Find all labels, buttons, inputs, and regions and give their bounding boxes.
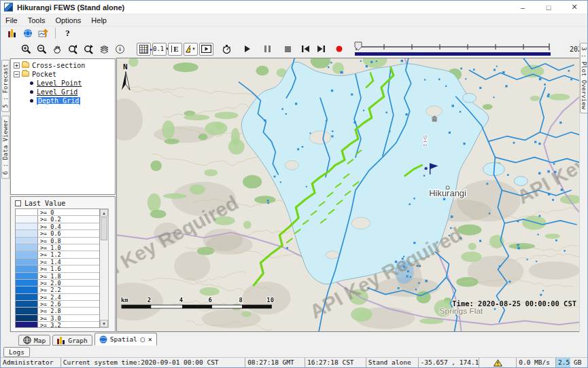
legend-row[interactable]: >= 0.8 xyxy=(16,238,99,244)
bullet-icon xyxy=(30,99,33,103)
legend-row[interactable]: >= 0.4 xyxy=(16,223,99,230)
zoom-next-icon xyxy=(84,44,94,54)
status-coordinates: -35.657 , 174.199 xyxy=(418,358,479,367)
globe-icon xyxy=(99,335,107,344)
tab-graph[interactable]: Graph xyxy=(52,335,92,346)
menu-bar: File Tools Options Help xyxy=(1,14,587,26)
legend-swatch xyxy=(16,301,38,307)
help-button[interactable]: ? xyxy=(60,27,75,40)
pan-button[interactable] xyxy=(50,43,65,56)
tab-forecast[interactable]: 5 : Forecast xyxy=(1,60,10,112)
zoom-next-button[interactable] xyxy=(82,43,96,56)
thresholds-dropdown[interactable]: ▼ xyxy=(184,43,198,56)
tree-node-depth-grid[interactable]: Depth Grid xyxy=(14,96,115,105)
legend-row[interactable]: >= 0 xyxy=(16,209,99,216)
info-button[interactable]: i xyxy=(113,43,127,56)
last-value-checkbox[interactable] xyxy=(15,200,21,206)
stopwatch-icon xyxy=(222,44,232,54)
timer-button[interactable] xyxy=(220,43,234,56)
status-warning[interactable] xyxy=(479,358,516,367)
pause-button[interactable] xyxy=(260,43,275,56)
pause-icon xyxy=(264,45,271,52)
menu-help[interactable]: Help xyxy=(91,16,107,24)
menu-options[interactable]: Options xyxy=(55,16,81,24)
legend-row[interactable]: >= 1.8 xyxy=(16,273,99,280)
legend-row[interactable]: >= 1.2 xyxy=(16,251,99,258)
scroll-thumb[interactable] xyxy=(101,217,107,240)
stop-button[interactable] xyxy=(281,43,295,56)
menu-tools[interactable]: Tools xyxy=(28,16,46,24)
legend-row[interactable]: >= 2.2 xyxy=(16,287,99,293)
zoom-out-button[interactable] xyxy=(35,43,49,56)
play-button[interactable] xyxy=(240,43,254,56)
tree-node-pocket[interactable]: Pocket xyxy=(14,70,115,78)
legend-swatch xyxy=(16,209,38,215)
hand-icon xyxy=(52,44,63,54)
legend-row[interactable]: >= 0.6 xyxy=(16,230,99,237)
app-logo-icon xyxy=(4,3,13,12)
layers-button[interactable] xyxy=(97,43,111,56)
tree-node-level-grid[interactable]: Level Grid xyxy=(14,88,115,96)
menu-file[interactable]: File xyxy=(5,16,18,24)
legend-row[interactable]: >= 1.4 xyxy=(16,259,99,265)
legend-row[interactable]: >= 2.8 xyxy=(16,308,99,314)
tab-spatial[interactable]: Spatial ▢ ✕ xyxy=(94,333,157,346)
legend-row[interactable]: >= 3.2 xyxy=(16,322,99,328)
legend-toggle-button[interactable]: E xyxy=(168,43,182,56)
play-icon xyxy=(244,45,251,52)
legend-label: >= 0.6 xyxy=(38,230,99,236)
close-tab-icon[interactable]: ✕ xyxy=(148,335,152,343)
globe-icon xyxy=(23,29,33,38)
legend-row[interactable]: >= 3.0 xyxy=(16,315,99,322)
record-button[interactable] xyxy=(332,43,346,56)
step-back-button[interactable] xyxy=(298,43,313,56)
legend-row[interactable]: >= 2.4 xyxy=(16,294,99,301)
caret-down-icon: ▼ xyxy=(192,47,196,51)
tab-data-viewer[interactable]: 6 : Data Viewer xyxy=(1,115,10,179)
window-title: Hikurangi FEWS (Stand alone) xyxy=(17,3,124,12)
legend-scrollbar[interactable]: ▲ ▼ xyxy=(100,208,109,328)
tree-node-cross-section[interactable]: Cross-section xyxy=(14,61,115,69)
scroll-down-icon[interactable]: ▼ xyxy=(100,320,108,327)
warning-icon xyxy=(186,45,190,53)
legend-row[interactable]: >= 2.6 xyxy=(16,301,99,308)
map-display-button[interactable] xyxy=(20,27,35,40)
tab-plot-overview[interactable]: 3 : Plot Overview xyxy=(580,43,588,113)
minimize-button[interactable]: – xyxy=(510,1,536,14)
maximize-button[interactable]: □ xyxy=(536,1,561,14)
svg-text:6: 6 xyxy=(209,297,212,303)
tree-node-level-point[interactable]: Level Point xyxy=(14,79,115,87)
help-icon: ? xyxy=(65,28,70,39)
animation-button[interactable] xyxy=(199,43,213,56)
time-slider[interactable] xyxy=(353,41,552,56)
spatial-display-button[interactable] xyxy=(36,27,50,40)
legend-label: >= 0 xyxy=(38,209,99,215)
expand-icon[interactable] xyxy=(14,62,20,69)
legend-row[interactable]: >= 0.2 xyxy=(16,216,99,223)
data-display-button[interactable] xyxy=(5,27,19,40)
legend-e-icon: E xyxy=(171,45,178,52)
maximize-tab-icon[interactable]: ▢ xyxy=(141,335,145,343)
step-forward-button[interactable] xyxy=(314,43,328,56)
collapse-icon[interactable] xyxy=(14,71,20,77)
logs-button[interactable]: Logs xyxy=(3,347,30,357)
precision-dropdown[interactable]: ●0.1▼ xyxy=(152,43,167,56)
zoom-in-button[interactable] xyxy=(19,43,33,56)
legend-row[interactable]: >= 1.0 xyxy=(16,244,99,251)
legend-row[interactable]: >= 1.6 xyxy=(16,265,99,272)
zoom-previous-button[interactable] xyxy=(66,43,80,56)
legend-swatch xyxy=(16,294,38,300)
legend-swatch xyxy=(16,273,38,279)
bullet-icon xyxy=(30,81,33,85)
layers-icon xyxy=(99,44,109,54)
legend-row[interactable]: >= 2.0 xyxy=(16,280,99,287)
status-system-time: Current system time:2020-09-01 00:00 CST xyxy=(60,358,245,367)
map-view[interactable]: API Key Required API Key Required API Ke… xyxy=(116,58,581,332)
legend-swatch xyxy=(16,259,38,265)
close-button[interactable]: ✕ xyxy=(561,1,587,14)
scroll-up-icon[interactable]: ▲ xyxy=(100,209,108,217)
map-canvas[interactable]: API Key Required API Key Required API Ke… xyxy=(117,58,580,331)
main-area: 5 : Forecast 6 : Data Viewer Cross-secti… xyxy=(1,58,581,332)
tree-node-label: Level Grid xyxy=(37,88,77,96)
tab-map[interactable]: Map xyxy=(18,335,50,346)
